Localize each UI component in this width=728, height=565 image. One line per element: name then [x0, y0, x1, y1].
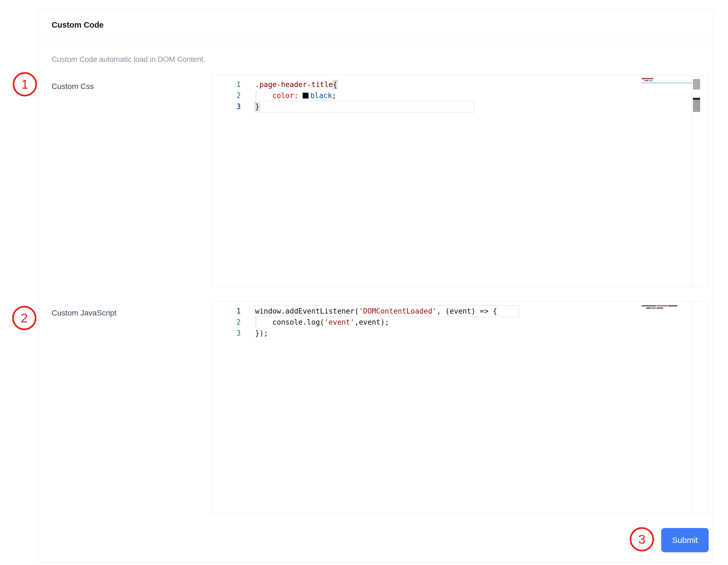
minimap-slider[interactable] — [640, 82, 693, 84]
form-row-custom-css: Custom Css 1.page-header-title{2 color: … — [52, 75, 709, 287]
minimap-line — [642, 305, 656, 307]
card-body: Custom Code automatic load in DOM Conten… — [39, 55, 713, 552]
scrollbar-track[interactable] — [691, 75, 701, 287]
minimap-line — [668, 305, 677, 307]
code-token — [255, 91, 272, 100]
color-swatch-icon — [303, 93, 309, 99]
code-text: } — [255, 101, 260, 112]
code-token: console.log( — [255, 318, 324, 326]
page: Custom Code Custom Code automatic load i… — [0, 0, 728, 565]
submit-button[interactable]: Submit — [661, 528, 709, 552]
minimap-line — [656, 305, 668, 307]
code-token: window.addEventListener( — [255, 307, 359, 315]
custom-code-card: Custom Code Custom Code automatic load i… — [39, 10, 713, 562]
minimap-line — [642, 78, 653, 79]
line-number: 3 — [212, 328, 255, 339]
custom-css-label: Custom Css — [52, 75, 212, 91]
code-line[interactable]: 3}); — [212, 328, 708, 339]
line-number: 1 — [212, 306, 255, 317]
card-subtitle: Custom Code automatic load in DOM Conten… — [52, 55, 709, 64]
code-token — [298, 91, 303, 100]
code-line[interactable]: 1.page-header-title{ — [212, 79, 708, 90]
code-line[interactable]: 1window.addEventListener('DOMContentLoad… — [212, 306, 708, 317]
custom-css-code-editor[interactable]: 1.page-header-title{2 color: black;3} — [212, 75, 709, 287]
code-token: .page-header-title — [255, 80, 333, 89]
code-line[interactable]: 2 color: black; — [212, 90, 708, 101]
annotation-number: 2 — [21, 312, 28, 324]
custom-javascript-label: Custom JavaScript — [52, 302, 212, 318]
annotation-circle-1: 1 — [13, 72, 37, 96]
form-row-custom-javascript: Custom JavaScript 1window.addEventListen… — [52, 302, 709, 514]
code-lines: 1.page-header-title{2 color: black;3} — [212, 75, 708, 112]
minimap-line — [646, 308, 651, 309]
minimap-line — [656, 308, 663, 309]
code-line[interactable]: 3} — [212, 101, 708, 112]
custom-javascript-code-editor[interactable]: 1window.addEventListener('DOMContentLoad… — [212, 302, 709, 514]
code-token: , (event) => { — [436, 307, 497, 315]
code-token: ; — [332, 91, 336, 100]
annotation-number: 1 — [21, 78, 28, 91]
minimap-line — [644, 80, 648, 81]
line-number: 2 — [212, 317, 255, 328]
annotation-number: 3 — [638, 533, 645, 546]
code-text: color: black; — [255, 90, 336, 101]
code-token: { — [333, 80, 337, 89]
annotation-circle-2: 2 — [12, 306, 36, 330]
code-token: 'DOMContentLoaded' — [359, 307, 437, 315]
code-text: window.addEventListener('DOMContentLoade… — [255, 306, 497, 317]
line-number: 2 — [212, 90, 255, 101]
code-text: console.log('event',event); — [255, 317, 389, 328]
code-token: ,event); — [354, 318, 389, 326]
code-token: } — [255, 102, 260, 111]
code-text: .page-header-title{ — [255, 79, 337, 90]
annotation-circle-3: 3 — [630, 527, 654, 551]
line-number: 1 — [212, 79, 255, 90]
code-line[interactable]: 2 console.log('event',event); — [212, 317, 708, 328]
code-token: }); — [255, 329, 268, 337]
code-token: color: — [272, 91, 298, 100]
scrollbar-thumb[interactable] — [693, 79, 700, 89]
scrollbar-track[interactable] — [691, 302, 701, 513]
code-text: }); — [255, 328, 268, 339]
footer-row: Submit — [52, 528, 709, 552]
code-lines: 1window.addEventListener('DOMContentLoad… — [212, 302, 708, 339]
card-header: Custom Code — [39, 10, 713, 40]
minimap-line — [652, 308, 656, 309]
code-token: black — [310, 91, 332, 100]
page-title: Custom Code — [52, 20, 104, 30]
code-token: 'event' — [324, 318, 354, 326]
minimap-line — [649, 80, 653, 81]
scrollbar-thumb[interactable] — [693, 98, 700, 112]
line-number: 3 — [212, 101, 255, 112]
